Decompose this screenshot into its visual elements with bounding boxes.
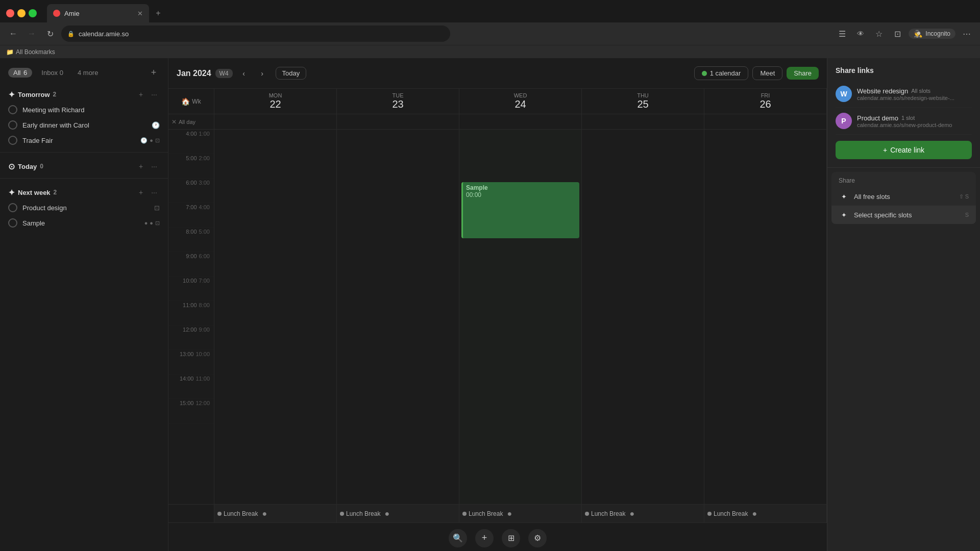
lunch-cell-thu[interactable]: Lunch Break ● (582, 505, 704, 522)
window-maximize-button[interactable] (29, 9, 37, 17)
add-task-button[interactable]: + (148, 66, 160, 79)
all-free-slots-item[interactable]: ✦ All free slots ⇧ S (831, 187, 976, 206)
task-checkbox[interactable] (8, 218, 17, 228)
share-link-product[interactable]: P Product demo 1 slot calendar.amie.so/s… (836, 108, 972, 135)
time-slot: 8:005:00 (168, 228, 214, 252)
window-minimize-button[interactable] (17, 9, 26, 17)
calendar-dot-icon (702, 71, 707, 76)
day-header-fri[interactable]: FRI 26 (704, 89, 827, 114)
today-menu-button[interactable]: ··· (149, 161, 160, 172)
allday-cell-mon[interactable] (214, 114, 337, 129)
calendar-header: Jan 2024 W4 ‹ › Today 1 calendar Meet Sh… (168, 58, 827, 89)
incognito-label: Incognito (925, 30, 950, 37)
allday-cell-tue[interactable] (337, 114, 459, 129)
no-tracking-icon[interactable]: 👁 (853, 27, 868, 41)
new-tab-button[interactable]: + (151, 4, 165, 22)
settings-button[interactable]: ⚙ (528, 529, 547, 547)
sidebar-divider (0, 152, 168, 153)
lunch-dot2-icon: ● (507, 509, 512, 518)
time-slot: 11:008:00 (168, 301, 214, 325)
layout-button[interactable]: ⊞ (502, 529, 520, 547)
day-column-tue[interactable] (337, 130, 459, 504)
search-button[interactable]: 🔍 (449, 529, 467, 547)
forward-button[interactable]: → (24, 27, 39, 41)
reload-button[interactable]: ↻ (43, 27, 57, 41)
task-product-design[interactable]: Product design ⊡ (0, 200, 168, 215)
allday-close-icon[interactable]: ✕ (172, 118, 177, 126)
today-button[interactable]: Today (276, 67, 307, 80)
allday-cell-fri[interactable] (704, 114, 827, 129)
next-week-menu-button[interactable]: ··· (149, 187, 160, 198)
next-week-title[interactable]: ✦ Next week 2 (8, 188, 57, 197)
next-week-add-button[interactable]: + (135, 187, 146, 198)
create-link-button[interactable]: + Create link (836, 141, 972, 159)
share-button[interactable]: Share (787, 67, 819, 80)
task-checkbox[interactable] (8, 136, 17, 145)
day-header-tue[interactable]: TUE 23 (337, 89, 459, 114)
allday-cell-thu[interactable] (582, 114, 704, 129)
day-column-thu[interactable] (582, 130, 704, 504)
calendar-main: Jan 2024 W4 ‹ › Today 1 calendar Meet Sh… (168, 58, 827, 551)
tomorrow-add-button[interactable]: + (135, 89, 146, 100)
lunch-cell-wed[interactable]: Lunch Break ● (459, 505, 582, 522)
lunch-dot2-icon: ● (629, 509, 634, 518)
task-box-icon: ⊡ (155, 220, 160, 227)
today-title[interactable]: ⊙ Today 0 (8, 162, 43, 171)
address-bar[interactable]: 🔒 calendar.amie.so (61, 26, 450, 42)
sidebar-toggle[interactable]: ⊡ (890, 27, 904, 41)
tab-close-icon[interactable]: ✕ (137, 10, 143, 17)
add-button[interactable]: + (475, 529, 494, 547)
share-submenu-title: Share (831, 172, 976, 187)
all-badge[interactable]: All 6 (8, 68, 32, 78)
calendar-count-button[interactable]: 1 calendar (694, 66, 749, 80)
time-slot: 10:007:00 (168, 277, 214, 301)
day-cell-mon[interactable] (214, 130, 336, 504)
select-specific-slots-item[interactable]: ✦ Select specific slots S (831, 206, 976, 224)
more-button[interactable]: 4 more (72, 68, 103, 78)
reader-view-icon[interactable]: ☰ (835, 27, 849, 41)
share-link-website[interactable]: W Website redesign All slots calendar.am… (836, 81, 972, 108)
lunch-cell-fri[interactable]: Lunch Break ● (704, 505, 827, 522)
task-dot2-icon: ● (150, 220, 153, 227)
day-column-wed[interactable]: Sample 00:00 (459, 130, 582, 504)
task-trade-fair[interactable]: Trade Fair 🕐 ● ⊡ (0, 133, 168, 148)
day-header-mon[interactable]: MON 22 (214, 89, 337, 114)
incognito-badge: 🕵 Incognito (909, 29, 955, 39)
allday-cell-wed[interactable] (459, 114, 582, 129)
calendar-day-headers: 🏠 Wk MON 22 TUE 23 WED 24 THU 25 FRI 26 (168, 89, 827, 114)
next-week-button[interactable]: › (255, 66, 270, 81)
browser-tab[interactable]: Amie ✕ (47, 4, 149, 22)
tomorrow-title[interactable]: ✦ Tomorrow 2 (8, 90, 56, 99)
task-checkbox[interactable] (8, 203, 17, 212)
back-button[interactable]: ← (6, 27, 20, 41)
task-checkbox[interactable] (8, 120, 17, 130)
browser-menu-icon[interactable]: ⋯ (960, 27, 974, 41)
share-panel-title: Share links (836, 66, 972, 74)
bottom-toolbar: 🔍 + ⊞ ⚙ (168, 522, 827, 551)
tomorrow-menu-button[interactable]: ··· (149, 89, 160, 100)
task-sample[interactable]: Sample ● ● ⊡ (0, 215, 168, 231)
prev-week-button[interactable]: ‹ (237, 66, 251, 81)
task-early-dinner[interactable]: Early dinner with Carol 🕐 (0, 117, 168, 133)
window-close-button[interactable] (6, 9, 14, 17)
task-meeting-richard[interactable]: Meeting with Richard (0, 102, 168, 117)
task-checkbox[interactable] (8, 105, 17, 114)
day-header-thu[interactable]: THU 25 (582, 89, 704, 114)
website-redesign-avatar: W (836, 86, 852, 102)
inbox-button[interactable]: Inbox 0 (36, 68, 68, 78)
security-icon: 🔒 (67, 31, 75, 37)
lunch-cell-mon[interactable]: Lunch Break ● (214, 505, 337, 522)
bookmarks-label: All Bookmarks (16, 48, 55, 56)
today-add-button[interactable]: + (135, 161, 146, 172)
meet-button[interactable]: Meet (752, 66, 782, 80)
calendar-grid: 4:001:00 5:002:00 6:003:00 7:004:00 8:00… (168, 130, 827, 504)
day-column-fri[interactable] (704, 130, 827, 504)
layout-icon: ⊞ (508, 533, 514, 543)
bookmark-icon[interactable]: ☆ (872, 27, 886, 41)
share-submenu: Share ✦ All free slots ⇧ S ✦ Select spec… (831, 172, 976, 224)
calendar-event-sample[interactable]: Sample 00:00 (461, 182, 579, 238)
day-column-mon[interactable] (214, 130, 337, 504)
url-display: calendar.amie.so (79, 30, 129, 38)
lunch-cell-tue[interactable]: Lunch Break ● (337, 505, 459, 522)
day-header-wed[interactable]: WED 24 (459, 89, 582, 114)
